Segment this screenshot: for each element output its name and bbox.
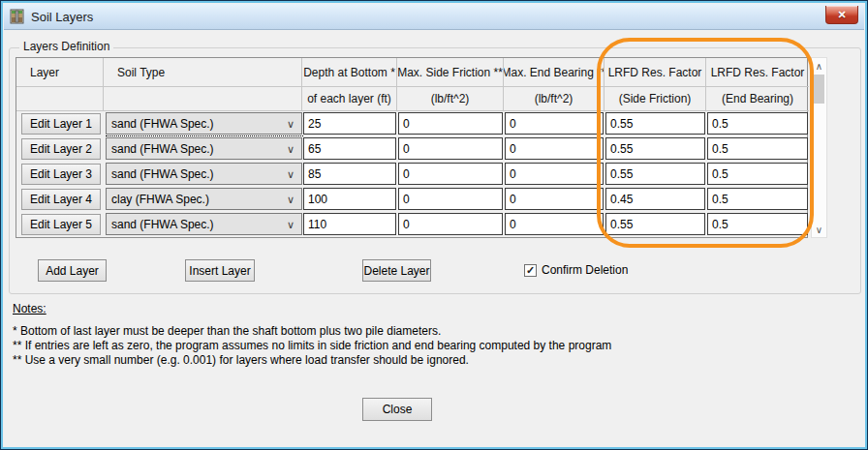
group-title: Layers Definition <box>19 40 113 53</box>
window-title: Soil Layers <box>31 10 93 24</box>
header-cell-line1-col3: Max. Side Friction ** <box>397 58 504 87</box>
table-row: Edit Layer 1sand (FHWA Spec.)∨25000.550.… <box>16 111 809 136</box>
close-button[interactable]: Close <box>362 398 432 421</box>
confirm-deletion-checkbox[interactable]: ✓ <box>524 264 537 277</box>
soil-type-value: sand (FHWA Spec.) <box>111 117 214 131</box>
confirm-deletion-label: Confirm Deletion <box>542 263 628 277</box>
lrfd-end-bearing-input-4[interactable]: 0.5 <box>707 188 808 210</box>
table-row: Edit Layer 4clay (FHWA Spec.)∨100000.450… <box>16 187 809 212</box>
header-cell-line1-col1: Soil Type <box>104 58 302 87</box>
add-layer-button[interactable]: Add Layer <box>38 259 107 282</box>
soil-type-value: clay (FHWA Spec.) <box>111 193 209 206</box>
chevron-down-icon: ∨ <box>287 193 294 206</box>
header-cell-line1-col5: LRFD Res. Factor <box>604 58 706 87</box>
header-cell-line2-col1 <box>104 87 302 111</box>
soil-type-select-2[interactable]: sand (FHWA Spec.)∨ <box>106 137 302 160</box>
depth-input-5[interactable]: 110 <box>303 213 396 235</box>
header-cell-line2-col3: (lb/ft^2) <box>397 87 504 111</box>
scrollbar-thumb[interactable] <box>814 75 824 104</box>
lrfd-end-bearing-input-3[interactable]: 0.5 <box>707 163 808 185</box>
lrfd-side-friction-input-1[interactable]: 0.55 <box>605 112 705 135</box>
soil-layers-app-icon <box>10 9 25 24</box>
insert-layer-button[interactable]: Insert Layer <box>185 259 255 282</box>
edit-layer-button-3[interactable]: Edit Layer 3 <box>21 164 101 185</box>
max-end-bearing-input-2[interactable]: 0 <box>505 137 604 160</box>
table-header-row-2: of each layer (ft)(lb/ft^2)(lb/ft^2)(Sid… <box>16 87 809 111</box>
max-end-bearing-input-5[interactable]: 0 <box>505 213 604 235</box>
soil-layers-dialog: Soil Layers ✕ Layers Definition LayerSoi… <box>0 0 868 450</box>
soil-type-value: sand (FHWA Spec.) <box>111 167 214 181</box>
lrfd-side-friction-input-3[interactable]: 0.55 <box>605 163 705 185</box>
soil-type-select-4[interactable]: clay (FHWA Spec.)∨ <box>106 188 302 210</box>
header-cell-line2-col6: (End Bearing) <box>706 87 809 111</box>
note-line-3: ** Use a very small number (e.g. 0.001) … <box>13 353 469 367</box>
edit-layer-button-1[interactable]: Edit Layer 1 <box>21 113 101 135</box>
lrfd-end-bearing-input-1[interactable]: 0.5 <box>707 112 808 135</box>
depth-input-4[interactable]: 100 <box>303 188 396 210</box>
scroll-down-icon[interactable]: ∨ <box>812 222 826 237</box>
delete-layer-button[interactable]: Delete Layer <box>362 259 431 282</box>
chevron-down-icon: ∨ <box>287 117 294 131</box>
table-scrollbar[interactable]: ∧ ∨ <box>811 57 827 238</box>
title-bar[interactable]: Soil Layers ✕ <box>4 4 864 30</box>
soil-type-select-1[interactable]: sand (FHWA Spec.)∨ <box>106 112 302 135</box>
soil-type-select-3[interactable]: sand (FHWA Spec.)∨ <box>106 163 302 185</box>
max-side-friction-input-2[interactable]: 0 <box>398 137 503 160</box>
edit-layer-button-2[interactable]: Edit Layer 2 <box>21 138 101 160</box>
edit-layer-button-5[interactable]: Edit Layer 5 <box>21 214 101 235</box>
window-close-button[interactable]: ✕ <box>825 6 858 24</box>
table-row: Edit Layer 5sand (FHWA Spec.)∨110000.550… <box>16 212 809 237</box>
header-cell-line1-col2: Depth at Bottom * <box>302 58 397 87</box>
note-line-2: ** If entries are left as zero, the prog… <box>13 339 611 352</box>
max-side-friction-input-1[interactable]: 0 <box>398 112 503 135</box>
notes-heading: Notes: <box>13 302 46 315</box>
header-cell-line2-col4: (lb/ft^2) <box>504 87 604 111</box>
lrfd-end-bearing-input-2[interactable]: 0.5 <box>707 137 808 160</box>
scroll-up-icon[interactable]: ∧ <box>812 58 826 74</box>
lrfd-side-friction-input-4[interactable]: 0.45 <box>605 188 705 210</box>
lrfd-side-friction-input-5[interactable]: 0.55 <box>605 213 705 235</box>
soil-type-value: sand (FHWA Spec.) <box>111 218 214 231</box>
chevron-down-icon: ∨ <box>287 167 294 181</box>
chevron-down-icon: ∨ <box>287 142 294 156</box>
table-header-row-1: LayerSoil TypeDepth at Bottom *Max. Side… <box>16 58 809 87</box>
header-cell-line2-col5: (Side Friction) <box>604 87 706 111</box>
depth-input-1[interactable]: 25 <box>303 112 396 135</box>
table-row: Edit Layer 3sand (FHWA Spec.)∨85000.550.… <box>16 162 809 187</box>
header-cell-line1-col4: Max. End Bearing ** <box>504 58 604 87</box>
max-end-bearing-input-4[interactable]: 0 <box>505 188 604 210</box>
max-side-friction-input-5[interactable]: 0 <box>398 213 503 235</box>
chevron-down-icon: ∨ <box>287 218 294 231</box>
max-side-friction-input-4[interactable]: 0 <box>398 188 503 210</box>
max-end-bearing-input-3[interactable]: 0 <box>505 163 604 185</box>
soil-type-value: sand (FHWA Spec.) <box>111 142 214 156</box>
max-side-friction-input-3[interactable]: 0 <box>398 163 503 185</box>
lrfd-side-friction-input-2[interactable]: 0.55 <box>605 137 705 160</box>
header-cell-line1-col0: Layer <box>16 58 104 87</box>
depth-input-3[interactable]: 85 <box>303 163 396 185</box>
table-row: Edit Layer 2sand (FHWA Spec.)∨65000.550.… <box>16 136 809 162</box>
lrfd-end-bearing-input-5[interactable]: 0.5 <box>707 213 808 235</box>
note-line-1: * Bottom of last layer must be deeper th… <box>13 324 441 338</box>
max-end-bearing-input-1[interactable]: 0 <box>505 112 604 135</box>
header-cell-line2-col2: of each layer (ft) <box>302 87 397 111</box>
edit-layer-button-4[interactable]: Edit Layer 4 <box>21 189 101 210</box>
confirm-deletion-checkbox-group: ✓ Confirm Deletion <box>524 263 628 277</box>
header-cell-line1-col6: LRFD Res. Factor <box>706 58 809 87</box>
close-icon: ✕ <box>837 9 846 21</box>
depth-input-2[interactable]: 65 <box>303 137 396 160</box>
header-cell-line2-col0 <box>16 87 104 111</box>
layers-table: LayerSoil TypeDepth at Bottom *Max. Side… <box>16 57 808 238</box>
soil-type-select-5[interactable]: sand (FHWA Spec.)∨ <box>106 213 302 235</box>
